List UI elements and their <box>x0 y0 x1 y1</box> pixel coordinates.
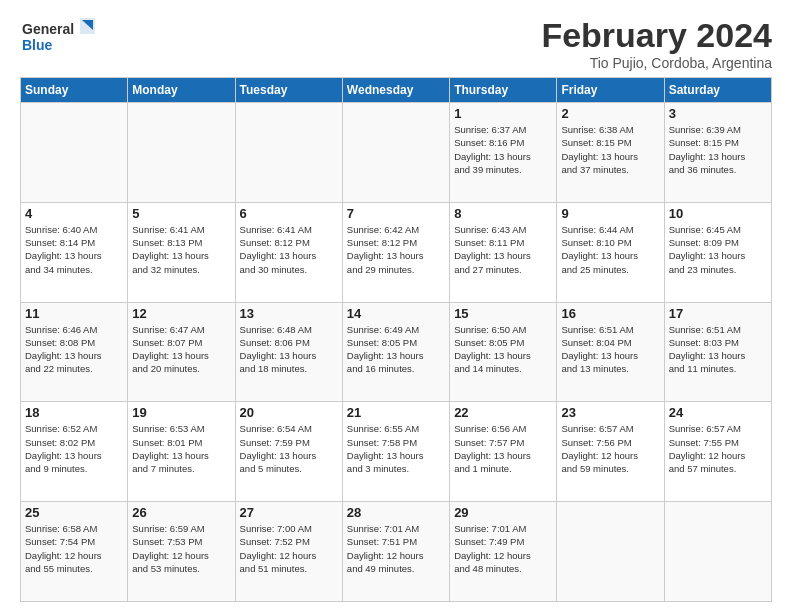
calendar-cell: 23Sunrise: 6:57 AMSunset: 7:56 PMDayligh… <box>557 402 664 502</box>
day-number: 19 <box>132 405 230 420</box>
day-number: 3 <box>669 106 767 121</box>
day-info: Sunrise: 6:37 AMSunset: 8:16 PMDaylight:… <box>454 123 552 176</box>
day-number: 14 <box>347 306 445 321</box>
calendar-cell: 24Sunrise: 6:57 AMSunset: 7:55 PMDayligh… <box>664 402 771 502</box>
calendar-cell: 16Sunrise: 6:51 AMSunset: 8:04 PMDayligh… <box>557 302 664 402</box>
calendar-table: SundayMondayTuesdayWednesdayThursdayFrid… <box>20 77 772 602</box>
day-info: Sunrise: 6:58 AMSunset: 7:54 PMDaylight:… <box>25 522 123 575</box>
day-info: Sunrise: 7:00 AMSunset: 7:52 PMDaylight:… <box>240 522 338 575</box>
calendar-cell <box>128 103 235 203</box>
calendar-cell: 4Sunrise: 6:40 AMSunset: 8:14 PMDaylight… <box>21 202 128 302</box>
day-number: 28 <box>347 505 445 520</box>
calendar-cell: 26Sunrise: 6:59 AMSunset: 7:53 PMDayligh… <box>128 502 235 602</box>
weekday-header-monday: Monday <box>128 78 235 103</box>
day-info: Sunrise: 6:53 AMSunset: 8:01 PMDaylight:… <box>132 422 230 475</box>
weekday-header-saturday: Saturday <box>664 78 771 103</box>
day-info: Sunrise: 6:41 AMSunset: 8:12 PMDaylight:… <box>240 223 338 276</box>
day-info: Sunrise: 6:44 AMSunset: 8:10 PMDaylight:… <box>561 223 659 276</box>
day-info: Sunrise: 6:55 AMSunset: 7:58 PMDaylight:… <box>347 422 445 475</box>
weekday-header-row: SundayMondayTuesdayWednesdayThursdayFrid… <box>21 78 772 103</box>
day-number: 15 <box>454 306 552 321</box>
day-number: 2 <box>561 106 659 121</box>
day-info: Sunrise: 6:48 AMSunset: 8:06 PMDaylight:… <box>240 323 338 376</box>
weekday-header-tuesday: Tuesday <box>235 78 342 103</box>
page: General Blue February 2024 Tio Pujio, Co… <box>0 0 792 612</box>
logo: General Blue <box>20 16 110 64</box>
calendar-cell: 19Sunrise: 6:53 AMSunset: 8:01 PMDayligh… <box>128 402 235 502</box>
top-section: General Blue February 2024 Tio Pujio, Co… <box>20 16 772 71</box>
calendar-cell <box>342 103 449 203</box>
day-info: Sunrise: 6:54 AMSunset: 7:59 PMDaylight:… <box>240 422 338 475</box>
day-info: Sunrise: 6:51 AMSunset: 8:03 PMDaylight:… <box>669 323 767 376</box>
calendar-cell: 22Sunrise: 6:56 AMSunset: 7:57 PMDayligh… <box>450 402 557 502</box>
calendar-cell: 9Sunrise: 6:44 AMSunset: 8:10 PMDaylight… <box>557 202 664 302</box>
day-number: 21 <box>347 405 445 420</box>
day-number: 7 <box>347 206 445 221</box>
calendar-cell <box>21 103 128 203</box>
week-row-0: 1Sunrise: 6:37 AMSunset: 8:16 PMDaylight… <box>21 103 772 203</box>
calendar-subtitle: Tio Pujio, Cordoba, Argentina <box>541 55 772 71</box>
calendar-cell <box>557 502 664 602</box>
week-row-2: 11Sunrise: 6:46 AMSunset: 8:08 PMDayligh… <box>21 302 772 402</box>
day-info: Sunrise: 6:47 AMSunset: 8:07 PMDaylight:… <box>132 323 230 376</box>
day-number: 23 <box>561 405 659 420</box>
day-info: Sunrise: 6:50 AMSunset: 8:05 PMDaylight:… <box>454 323 552 376</box>
day-info: Sunrise: 6:39 AMSunset: 8:15 PMDaylight:… <box>669 123 767 176</box>
day-info: Sunrise: 6:57 AMSunset: 7:56 PMDaylight:… <box>561 422 659 475</box>
calendar-cell: 28Sunrise: 7:01 AMSunset: 7:51 PMDayligh… <box>342 502 449 602</box>
calendar-cell: 17Sunrise: 6:51 AMSunset: 8:03 PMDayligh… <box>664 302 771 402</box>
day-info: Sunrise: 6:51 AMSunset: 8:04 PMDaylight:… <box>561 323 659 376</box>
day-number: 29 <box>454 505 552 520</box>
calendar-cell: 27Sunrise: 7:00 AMSunset: 7:52 PMDayligh… <box>235 502 342 602</box>
day-info: Sunrise: 7:01 AMSunset: 7:51 PMDaylight:… <box>347 522 445 575</box>
calendar-cell: 15Sunrise: 6:50 AMSunset: 8:05 PMDayligh… <box>450 302 557 402</box>
day-info: Sunrise: 6:42 AMSunset: 8:12 PMDaylight:… <box>347 223 445 276</box>
weekday-header-sunday: Sunday <box>21 78 128 103</box>
day-info: Sunrise: 6:38 AMSunset: 8:15 PMDaylight:… <box>561 123 659 176</box>
day-number: 25 <box>25 505 123 520</box>
calendar-cell: 8Sunrise: 6:43 AMSunset: 8:11 PMDaylight… <box>450 202 557 302</box>
calendar-cell: 5Sunrise: 6:41 AMSunset: 8:13 PMDaylight… <box>128 202 235 302</box>
day-info: Sunrise: 6:56 AMSunset: 7:57 PMDaylight:… <box>454 422 552 475</box>
day-number: 26 <box>132 505 230 520</box>
calendar-cell: 1Sunrise: 6:37 AMSunset: 8:16 PMDaylight… <box>450 103 557 203</box>
day-number: 24 <box>669 405 767 420</box>
day-info: Sunrise: 6:49 AMSunset: 8:05 PMDaylight:… <box>347 323 445 376</box>
calendar-cell: 29Sunrise: 7:01 AMSunset: 7:49 PMDayligh… <box>450 502 557 602</box>
calendar-cell: 7Sunrise: 6:42 AMSunset: 8:12 PMDaylight… <box>342 202 449 302</box>
weekday-header-friday: Friday <box>557 78 664 103</box>
weekday-header-wednesday: Wednesday <box>342 78 449 103</box>
day-info: Sunrise: 6:43 AMSunset: 8:11 PMDaylight:… <box>454 223 552 276</box>
calendar-cell: 10Sunrise: 6:45 AMSunset: 8:09 PMDayligh… <box>664 202 771 302</box>
day-number: 5 <box>132 206 230 221</box>
day-number: 17 <box>669 306 767 321</box>
calendar-cell: 2Sunrise: 6:38 AMSunset: 8:15 PMDaylight… <box>557 103 664 203</box>
calendar-cell: 14Sunrise: 6:49 AMSunset: 8:05 PMDayligh… <box>342 302 449 402</box>
calendar-cell: 12Sunrise: 6:47 AMSunset: 8:07 PMDayligh… <box>128 302 235 402</box>
day-info: Sunrise: 6:59 AMSunset: 7:53 PMDaylight:… <box>132 522 230 575</box>
day-number: 11 <box>25 306 123 321</box>
day-info: Sunrise: 6:57 AMSunset: 7:55 PMDaylight:… <box>669 422 767 475</box>
calendar-cell: 3Sunrise: 6:39 AMSunset: 8:15 PMDaylight… <box>664 103 771 203</box>
day-number: 20 <box>240 405 338 420</box>
logo-area: General Blue <box>20 16 110 64</box>
day-number: 9 <box>561 206 659 221</box>
week-row-1: 4Sunrise: 6:40 AMSunset: 8:14 PMDaylight… <box>21 202 772 302</box>
day-number: 27 <box>240 505 338 520</box>
day-info: Sunrise: 6:40 AMSunset: 8:14 PMDaylight:… <box>25 223 123 276</box>
calendar-cell: 11Sunrise: 6:46 AMSunset: 8:08 PMDayligh… <box>21 302 128 402</box>
day-info: Sunrise: 6:46 AMSunset: 8:08 PMDaylight:… <box>25 323 123 376</box>
day-number: 22 <box>454 405 552 420</box>
calendar-cell: 18Sunrise: 6:52 AMSunset: 8:02 PMDayligh… <box>21 402 128 502</box>
week-row-4: 25Sunrise: 6:58 AMSunset: 7:54 PMDayligh… <box>21 502 772 602</box>
calendar-cell: 20Sunrise: 6:54 AMSunset: 7:59 PMDayligh… <box>235 402 342 502</box>
title-area: February 2024 Tio Pujio, Cordoba, Argent… <box>541 16 772 71</box>
day-info: Sunrise: 6:52 AMSunset: 8:02 PMDaylight:… <box>25 422 123 475</box>
day-number: 1 <box>454 106 552 121</box>
weekday-header-thursday: Thursday <box>450 78 557 103</box>
day-number: 10 <box>669 206 767 221</box>
calendar-cell: 25Sunrise: 6:58 AMSunset: 7:54 PMDayligh… <box>21 502 128 602</box>
calendar-cell: 13Sunrise: 6:48 AMSunset: 8:06 PMDayligh… <box>235 302 342 402</box>
svg-text:General: General <box>22 21 74 37</box>
day-info: Sunrise: 6:45 AMSunset: 8:09 PMDaylight:… <box>669 223 767 276</box>
